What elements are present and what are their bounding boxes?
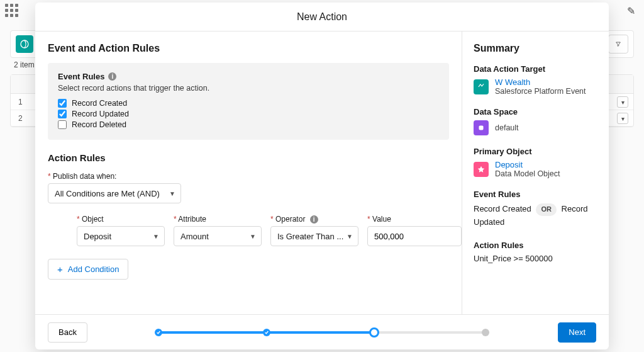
progress-step-4-future — [482, 329, 489, 336]
svg-rect-1 — [479, 126, 484, 130]
summary-event-text: Record Created OR Record Updated — [474, 203, 597, 229]
record-created-checkbox[interactable]: Record Created — [58, 99, 439, 108]
event-rules-label: Event Rules — [58, 72, 104, 81]
summary-space-value: default — [495, 123, 519, 132]
edit-pencil-icon[interactable]: ✎ — [627, 5, 635, 17]
progress-step-2-done — [263, 329, 270, 336]
or-pill: OR — [536, 203, 557, 216]
attribute-select[interactable]: Amount ▼ — [174, 226, 262, 246]
value-input[interactable] — [367, 226, 462, 246]
value-input-field[interactable] — [374, 232, 455, 241]
new-action-modal: New Action Event and Action Rules Event … — [35, 3, 609, 349]
progress-step-3-current — [369, 327, 379, 338]
summary-action-text: Unit_Price >= 500000 — [474, 254, 597, 263]
summary-action-label: Action Rules — [474, 241, 597, 250]
publish-label: Publish data when: — [48, 172, 449, 181]
chevron-down-icon: ▼ — [250, 233, 256, 240]
app-launcher-icon[interactable] — [5, 4, 18, 17]
checkbox-input[interactable] — [58, 110, 67, 118]
operator-label: Operator i — [270, 215, 358, 224]
add-condition-button[interactable]: + Add Condition — [48, 259, 128, 280]
chevron-down-icon: ▼ — [169, 190, 175, 197]
info-icon[interactable]: i — [108, 72, 116, 81]
target-icon — [474, 79, 489, 94]
summary-target-sub: Salesforce Platform Event — [495, 87, 586, 96]
summary-space-label: Data Space — [474, 107, 597, 116]
object-icon — [16, 35, 33, 53]
primary-icon — [474, 162, 489, 177]
summary-target-link[interactable]: W Wealth — [495, 77, 530, 87]
filter-button-bg[interactable] — [608, 35, 628, 54]
modal-title: New Action — [35, 3, 609, 31]
value-label: Value — [367, 215, 462, 224]
checkbox-input[interactable] — [58, 120, 67, 129]
summary-primary-sub: Data Model Object — [495, 169, 560, 178]
row-menu-icon[interactable]: ▾ — [617, 96, 628, 108]
space-icon — [474, 120, 489, 135]
back-button[interactable]: Back — [48, 322, 87, 343]
checkbox-input[interactable] — [58, 99, 67, 108]
item-count: 2 item — [14, 60, 35, 69]
plus-icon: + — [57, 264, 63, 275]
next-button[interactable]: Next — [558, 322, 596, 343]
section-heading: Event and Action Rules — [48, 43, 449, 54]
object-select[interactable]: Deposit ▼ — [77, 226, 165, 246]
event-rules-description: Select record actions that trigger the a… — [58, 84, 439, 93]
summary-heading: Summary — [474, 43, 597, 54]
record-deleted-checkbox[interactable]: Record Deleted — [58, 120, 439, 129]
object-label: Object — [77, 215, 165, 224]
action-rules-heading: Action Rules — [48, 152, 449, 163]
operator-select[interactable]: Is Greater Than ... ▼ — [270, 226, 358, 246]
summary-primary-link[interactable]: Deposit — [495, 160, 523, 169]
svg-point-0 — [21, 40, 28, 48]
event-rules-box: Event Rules i Select record actions that… — [48, 63, 449, 140]
publish-when-select[interactable]: All Conditions are Met (AND) ▼ — [48, 183, 181, 203]
attribute-label: Attribute — [174, 215, 262, 224]
info-icon[interactable]: i — [310, 215, 318, 224]
summary-event-label: Event Rules — [474, 190, 597, 199]
chevron-down-icon: ▼ — [347, 233, 353, 240]
progress-indicator — [35, 331, 609, 334]
summary-target-label: Data Action Target — [474, 64, 597, 74]
chevron-down-icon: ▼ — [153, 233, 159, 240]
modal-footer: Back Next — [35, 314, 609, 349]
record-updated-checkbox[interactable]: Record Updated — [58, 110, 439, 118]
summary-primary-label: Primary Object — [474, 147, 597, 156]
progress-step-1-done — [155, 329, 162, 336]
summary-pane: Summary Data Action Target W Wealth Sale… — [462, 31, 609, 314]
modal-left-pane: Event and Action Rules Event Rules i Sel… — [35, 31, 462, 314]
row-menu-icon[interactable]: ▾ — [617, 113, 628, 124]
